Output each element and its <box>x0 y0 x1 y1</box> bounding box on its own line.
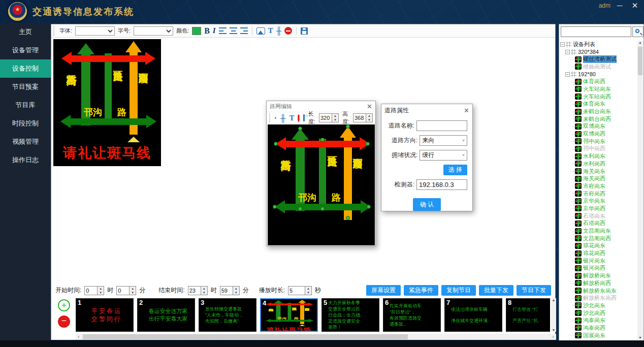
tree-device-1-14[interactable]: ··市府岗东 <box>560 182 637 190</box>
tree-device-1-13[interactable]: ··海关岗西 <box>560 175 637 182</box>
edit-handle[interactable] <box>273 205 277 209</box>
tree-device-1-27[interactable]: ··解放桥岗西 <box>560 279 637 287</box>
tree-device-1-35[interactable]: ··国展岗西 <box>560 339 637 340</box>
tree-device-1-26[interactable]: ··解放桥岗东 <box>560 272 637 279</box>
align-left-icon[interactable] <box>219 27 227 34</box>
tree-device-1-18[interactable]: ··石塔岗东 <box>560 212 637 220</box>
tree-device-1-4[interactable]: ··来鹤台岗东 <box>560 108 637 115</box>
start-minute-spinner[interactable]: ▲▼ <box>116 286 136 295</box>
edit-handle[interactable] <box>320 138 325 142</box>
sidebar-item-0[interactable]: 主页 <box>0 23 51 41</box>
thumbnail-vertical-scrollbar[interactable]: ▲▼ <box>551 298 556 332</box>
edit-handle[interactable] <box>346 216 350 220</box>
tree-device-1-2[interactable]: ··火车站岗西 <box>560 93 637 101</box>
delete-icon[interactable] <box>284 27 292 35</box>
edit-handle[interactable] <box>298 127 302 131</box>
edit-handle[interactable] <box>298 207 302 211</box>
line-tool-icon[interactable] <box>275 117 277 119</box>
italic-button[interactable]: I <box>213 26 216 35</box>
led-sign-preview[interactable]: 高桥路史可法路瘦西湖路邗沟路请礼让斑马线 <box>53 39 161 166</box>
edit-handle[interactable] <box>274 142 278 146</box>
tree-device-1-25[interactable]: ··银河岗西 <box>560 265 637 272</box>
action-button-2[interactable]: 复制节目 <box>441 285 476 296</box>
road-direction-select[interactable]: 来向˅ <box>420 135 467 146</box>
program-thumbnail-4[interactable]: 4高桥路史可法路瘦西湖路邗沟路请礼让斑马线 <box>260 298 318 332</box>
tree-device-1-32[interactable]: ··鸿泰岗东 <box>560 317 637 324</box>
roadnet-dialog-titlebar[interactable]: 路网编辑 ✕ <box>267 101 375 112</box>
close-button[interactable]: ✕ <box>630 1 640 10</box>
tree-device-1-34[interactable]: ··国展岗东 <box>560 332 637 339</box>
confirm-button[interactable]: 确 认 <box>413 198 441 211</box>
tree-device-1-3[interactable]: ··体育岗东 <box>560 101 637 108</box>
length-spinner[interactable]: ▲▼ <box>319 113 339 122</box>
congestion-select[interactable]: 缓行˅ <box>420 150 467 161</box>
program-thumbnail-6[interactable]: 6扎实开展电动车“百日整治”，有效预防道路交通事故.. <box>383 298 441 332</box>
action-button-3[interactable]: 批量下发 <box>479 285 513 296</box>
tree-expander-icon[interactable]: − <box>565 72 570 77</box>
tree-group-0[interactable]: −320*384 <box>560 48 637 56</box>
tree-device-1-16[interactable]: ··京华岗东 <box>560 197 637 205</box>
tree-device-1-33[interactable]: ··鸿泰岗西 <box>560 324 637 332</box>
tree-device-0-1[interactable]: ··维扬岗测试 <box>560 63 637 71</box>
end-minute-spinner[interactable]: ▲▼ <box>220 286 240 295</box>
tree-device-1-22[interactable]: ··琼花岗东 <box>560 242 637 250</box>
tree-expander-icon[interactable]: − <box>560 42 565 47</box>
edit-handle[interactable] <box>320 207 325 211</box>
roadnet-tool-icon[interactable]: ╫ <box>276 26 282 35</box>
size-select[interactable] <box>134 26 173 36</box>
road-name-input[interactable] <box>416 120 467 131</box>
end-hour-spinner[interactable]: ▲▼ <box>188 286 208 295</box>
tree-device-1-17[interactable]: ··京华岗西 <box>560 205 637 212</box>
program-thumbnail-2[interactable]: 2春运安全连万家出行平安靠大家 <box>137 298 195 332</box>
tree-device-1-24[interactable]: ··银河岗东 <box>560 257 637 265</box>
edit-handle[interactable] <box>346 124 350 129</box>
tree-device-1-11[interactable]: ··水利岗西 <box>560 160 637 168</box>
tree-device-1-20[interactable]: ··文昌阁岗东 <box>560 227 637 235</box>
add-program-button[interactable]: + <box>58 299 70 311</box>
tree-group-1[interactable]: −192*80 <box>560 71 637 78</box>
thumbnail-horizontal-scrollbar[interactable]: ‹ › <box>76 334 556 340</box>
program-thumbnail-5[interactable]: 5大力开展秋冬季交通安全整治百日会战，全力稳定道路交通安全形势！ <box>321 298 379 332</box>
duration-spinner[interactable]: ▲▼ <box>288 286 312 295</box>
tree-device-1-10[interactable]: ··水利岗东 <box>560 152 637 160</box>
tree-device-1-23[interactable]: ··琼花岗西 <box>560 249 637 257</box>
road-props-close-icon[interactable]: ✕ <box>464 107 469 114</box>
road-tool-icon[interactable]: ╫ <box>280 114 286 122</box>
delete-icon[interactable] <box>298 114 299 122</box>
remove-program-button[interactable]: − <box>58 316 70 328</box>
tree-device-1-7[interactable]: ··双博岗西 <box>560 130 637 138</box>
tree-device-1-29[interactable]: ··解放桥东岗西 <box>560 294 637 302</box>
program-thumbnail-8[interactable]: 8打击整改 “灯严查严惩 “机 <box>506 298 550 332</box>
road-props-titlebar[interactable]: 道路属性 ✕ <box>381 104 472 116</box>
save-icon[interactable] <box>303 114 305 121</box>
tree-device-1-6[interactable]: ··双博岗东 <box>560 123 637 131</box>
bold-button[interactable]: B <box>204 26 210 36</box>
tree-device-1-30[interactable]: ··沙北岗东 <box>560 302 637 309</box>
edit-handle[interactable] <box>367 205 371 209</box>
start-hour-spinner[interactable]: ▲▼ <box>84 286 104 295</box>
program-thumbnail-7[interactable]: 7依法治理非标车辆净化城市交通环境 <box>444 298 502 332</box>
select-detector-button[interactable]: 选 择 <box>443 165 467 175</box>
action-button-4[interactable]: 节目下发 <box>517 285 551 296</box>
sidebar-item-3[interactable]: 节目预案 <box>0 78 51 96</box>
sidebar-item-2[interactable]: 设备控制 <box>0 59 51 78</box>
tree-device-1-21[interactable]: ··文昌阁岗西 <box>560 235 637 242</box>
sidebar-item-5[interactable]: 时段控制 <box>0 114 51 133</box>
sidebar-item-4[interactable]: 节目库 <box>0 96 51 114</box>
align-center-icon[interactable] <box>230 27 237 34</box>
detector-input[interactable] <box>416 179 467 190</box>
insert-image-icon[interactable] <box>256 27 265 35</box>
search-button[interactable] <box>632 26 643 37</box>
tree-device-1-1[interactable]: ··火车站岗东 <box>560 85 637 93</box>
align-right-icon[interactable] <box>240 27 248 34</box>
roadnet-canvas[interactable]: 高桥路史可法路瘦西湖路邗沟路 <box>268 124 375 245</box>
edit-handle[interactable] <box>366 142 370 146</box>
action-button-1[interactable]: 紧急事件 <box>404 285 438 296</box>
program-thumbnail-3[interactable]: 3发生轻微交通事故“人未伤，车能动，先拍照，后撤离” <box>199 298 256 332</box>
tree-device-1-0[interactable]: ··体育岗西 <box>560 78 637 85</box>
scrollbar-thumb[interactable] <box>83 334 408 339</box>
color-swatch[interactable] <box>192 27 201 35</box>
save-icon[interactable] <box>301 27 308 35</box>
font-select[interactable] <box>75 26 115 36</box>
tree-device-1-15[interactable]: ··市府岗西 <box>560 190 637 198</box>
